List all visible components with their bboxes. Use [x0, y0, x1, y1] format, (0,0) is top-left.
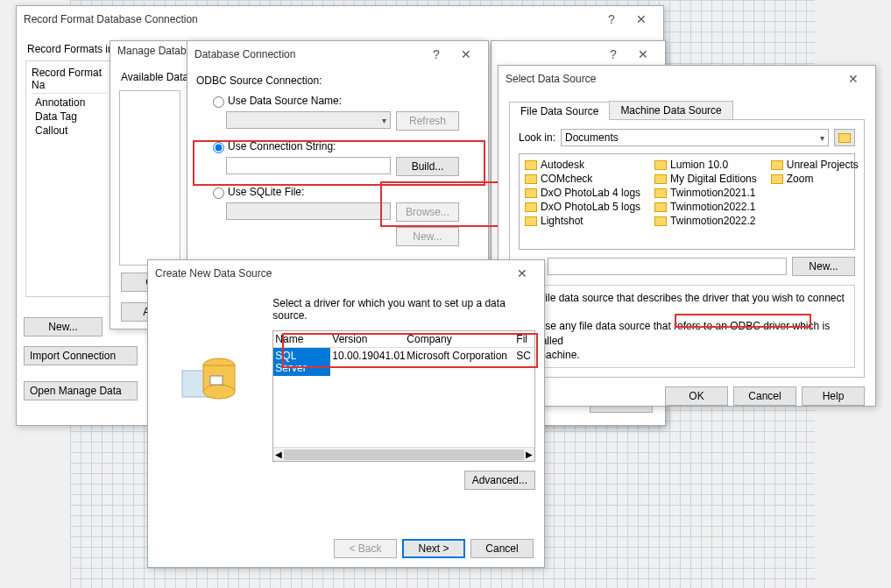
use-connection-string-radio[interactable]: [213, 142, 224, 153]
list-item[interactable]: Callout: [32, 124, 107, 138]
folder-icon: [654, 160, 667, 170]
svg-point-3: [203, 385, 235, 399]
tab-strip: File Data Source Machine Data Source: [509, 101, 865, 120]
list-item[interactable]: Data Tag: [32, 110, 107, 124]
driver-list[interactable]: Name Version Company Fil SQL Server 10.0…: [272, 330, 535, 462]
connection-string-input[interactable]: [226, 157, 391, 174]
tab-file-data-source[interactable]: File Data Source: [509, 102, 610, 120]
file-item[interactable]: Twinmotion2022.1: [653, 200, 759, 214]
window-title: Database Connection: [194, 48, 295, 60]
folder-icon: [654, 202, 667, 212]
close-icon[interactable]: ✕: [838, 69, 868, 89]
window-title: Create New Data Source: [155, 267, 272, 280]
h-scrollbar[interactable]: ◀ ▶: [273, 447, 534, 461]
up-folder-button[interactable]: [834, 129, 855, 146]
open-manage-button[interactable]: Open Manage Data: [24, 381, 138, 400]
close-icon[interactable]: ✕: [626, 10, 656, 29]
import-connection-button[interactable]: Import Connection: [24, 346, 138, 365]
folder-icon: [525, 216, 537, 226]
driver-version: 10.00.19041.01: [330, 348, 405, 376]
col-file[interactable]: Fil: [514, 331, 534, 347]
help-icon[interactable]: ?: [598, 45, 628, 64]
ok-button[interactable]: OK: [665, 386, 728, 406]
sqlite-input: [226, 202, 391, 220]
file-item[interactable]: Twinmotion2022.2: [653, 214, 759, 228]
column-header: Record Format Na: [32, 67, 107, 94]
folder-icon: [771, 174, 783, 184]
use-dsn-radio[interactable]: [213, 96, 224, 108]
cancel-button[interactable]: Cancel: [733, 386, 796, 406]
help-button[interactable]: Help: [802, 386, 865, 406]
record-format-list[interactable]: Annotation Data Tag Callout: [32, 96, 107, 138]
file-item[interactable]: Lumion 10.0: [653, 158, 759, 172]
folder-icon: [525, 188, 537, 198]
col-version[interactable]: Version: [330, 331, 405, 347]
wizard-graphic: [157, 297, 264, 516]
folder-icon: [654, 174, 667, 184]
window-title: Manage Databa: [117, 45, 192, 57]
file-list[interactable]: Autodesk COMcheck DxO PhotoLab 4 logs Dx…: [519, 153, 855, 250]
create-new-data-source-window: Create New Data Source ✕ Select a driver…: [147, 259, 545, 568]
file-item[interactable]: Autodesk: [523, 158, 642, 172]
build-button[interactable]: Build...: [396, 157, 459, 176]
file-item[interactable]: Zoom: [769, 172, 860, 186]
use-cs-label: Use Connection String:: [228, 140, 336, 152]
close-icon[interactable]: ✕: [451, 45, 481, 64]
driver-name: SQL Server: [273, 348, 330, 376]
dsn-name-input[interactable]: [548, 258, 787, 275]
wizard-prompt: Select a driver for which you want to se…: [272, 297, 535, 322]
file-item[interactable]: Lightshot: [523, 214, 642, 228]
driver-row-selected[interactable]: SQL Server 10.00.19041.01 Microsoft Corp…: [273, 348, 534, 376]
folder-icon: [654, 216, 667, 226]
help-icon[interactable]: ?: [421, 45, 451, 64]
back-button[interactable]: < Back: [334, 539, 397, 558]
folder-icon: [771, 160, 783, 170]
driver-file: SC: [514, 348, 534, 376]
advanced-button[interactable]: Advanced...: [464, 471, 535, 490]
file-item[interactable]: My Digital Editions: [653, 172, 759, 186]
select-data-source-window: Select Data Source ✕ File Data Source Ma…: [498, 65, 876, 407]
folder-icon: [525, 202, 537, 212]
new-button[interactable]: New...: [396, 227, 459, 246]
driver-company: Microsoft Corporation: [405, 348, 514, 376]
next-button[interactable]: Next >: [402, 539, 465, 558]
use-sqlite-radio[interactable]: [213, 188, 224, 199]
close-icon[interactable]: ✕: [628, 45, 658, 64]
help-text: the file data source that describes the …: [519, 285, 855, 368]
file-item[interactable]: Twinmotion2021.1: [653, 186, 759, 200]
close-icon[interactable]: ✕: [507, 264, 537, 283]
folder-icon: [525, 174, 537, 184]
tab-machine-data-source[interactable]: Machine Data Source: [609, 101, 732, 119]
use-sqlite-label: Use SQLite File:: [228, 186, 304, 198]
cancel-button[interactable]: Cancel: [470, 539, 534, 558]
new-button[interactable]: New...: [24, 317, 103, 337]
file-item[interactable]: DxO PhotoLab 4 logs: [523, 186, 642, 200]
svg-rect-4: [210, 376, 223, 385]
window-title: Record Format Database Connection: [24, 13, 198, 25]
dsn-combo[interactable]: ▾: [226, 111, 391, 129]
folder-icon: [654, 188, 667, 198]
refresh-button[interactable]: Refresh: [396, 111, 459, 131]
use-dsn-label: Use Data Source Name:: [228, 95, 342, 107]
list-item[interactable]: Annotation: [32, 96, 107, 110]
folder-icon: [525, 160, 537, 170]
database-connection-window: Database Connection ? ✕ ODBC Source Conn…: [187, 40, 489, 268]
file-item[interactable]: COMcheck: [523, 172, 642, 186]
window-title: Select Data Source: [506, 73, 596, 85]
titlebar: Record Format Database Connection ? ✕: [17, 6, 663, 32]
file-item[interactable]: DxO PhotoLab 5 logs: [523, 200, 642, 214]
browse-button[interactable]: Browse...: [396, 202, 459, 222]
new-button[interactable]: New...: [792, 257, 855, 276]
help-icon[interactable]: ?: [597, 10, 626, 29]
section-label: ODBC Source Connection:: [196, 74, 479, 87]
file-item[interactable]: Unreal Projects: [769, 158, 860, 172]
lookin-combo[interactable]: Documents▾: [561, 129, 829, 146]
col-company[interactable]: Company: [405, 331, 514, 347]
col-name[interactable]: Name: [273, 331, 330, 347]
lookin-label: Look in:: [519, 131, 555, 144]
